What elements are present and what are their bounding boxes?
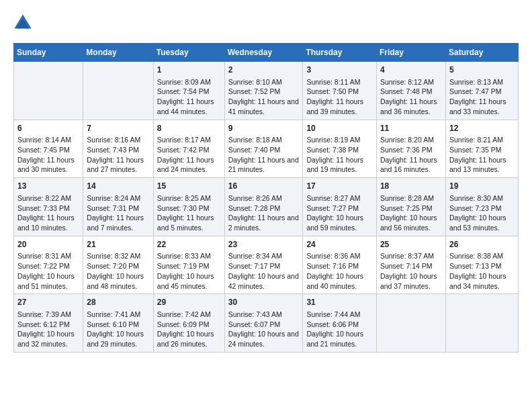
day-number: 31 <box>306 297 373 308</box>
day-info: Sunset: 7:52 PM <box>228 87 300 97</box>
day-info: Daylight: 11 hours and 5 minutes. <box>157 213 221 232</box>
logo-icon <box>13 13 32 32</box>
day-info: Sunset: 6:06 PM <box>306 320 373 330</box>
day-info: Sunset: 7:54 PM <box>157 87 221 97</box>
calendar-cell: 29Sunrise: 7:42 AMSunset: 6:09 PMDayligh… <box>153 294 224 353</box>
calendar-cell: 28Sunrise: 7:41 AMSunset: 6:10 PMDayligh… <box>83 294 153 353</box>
day-info: Daylight: 10 hours and 42 minutes. <box>228 271 300 291</box>
calendar-cell: 10Sunrise: 8:19 AMSunset: 7:38 PMDayligh… <box>303 120 377 178</box>
calendar-cell: 7Sunrise: 8:16 AMSunset: 7:43 PMDaylight… <box>83 120 153 178</box>
weekday-header: Monday <box>83 44 153 62</box>
day-info: Sunset: 7:38 PM <box>306 145 373 155</box>
day-info: Daylight: 11 hours and 39 minutes. <box>306 97 373 116</box>
calendar-cell: 12Sunrise: 8:21 AMSunset: 7:35 PMDayligh… <box>445 120 518 178</box>
day-info: Sunrise: 8:34 AM <box>228 251 300 261</box>
day-info: Sunset: 7:27 PM <box>306 203 373 214</box>
calendar-cell: 4Sunrise: 8:12 AMSunset: 7:48 PMDaylight… <box>376 62 445 120</box>
day-info: Sunset: 7:42 PM <box>157 145 221 155</box>
weekday-header: Wednesday <box>224 44 303 62</box>
day-info: Daylight: 11 hours and 10 minutes. <box>17 213 79 232</box>
day-number: 13 <box>17 181 79 192</box>
calendar-cell: 3Sunrise: 8:11 AMSunset: 7:50 PMDaylight… <box>303 62 377 120</box>
day-info: Daylight: 11 hours and 36 minutes. <box>380 97 442 116</box>
day-info: Sunrise: 8:27 AM <box>306 193 373 203</box>
day-number: 17 <box>306 181 373 192</box>
day-number: 16 <box>228 181 300 192</box>
day-info: Sunset: 7:45 PM <box>17 145 79 155</box>
calendar-week-row: 27Sunrise: 7:39 AMSunset: 6:12 PMDayligh… <box>14 294 519 353</box>
day-info: Sunrise: 7:43 AM <box>228 310 300 320</box>
calendar-cell: 31Sunrise: 7:44 AMSunset: 6:06 PMDayligh… <box>303 294 377 353</box>
calendar-cell <box>83 62 153 120</box>
calendar-cell: 27Sunrise: 7:39 AMSunset: 6:12 PMDayligh… <box>14 294 83 353</box>
calendar-cell: 17Sunrise: 8:27 AMSunset: 7:27 PMDayligh… <box>303 178 377 236</box>
calendar-cell: 1Sunrise: 8:09 AMSunset: 7:54 PMDaylight… <box>153 62 224 120</box>
day-info: Sunrise: 8:33 AM <box>157 251 221 261</box>
day-number: 1 <box>157 64 221 76</box>
day-info: Sunrise: 7:41 AM <box>87 310 149 320</box>
day-info: Daylight: 11 hours and 33 minutes. <box>449 97 515 116</box>
day-number: 15 <box>157 181 221 192</box>
calendar-cell: 21Sunrise: 8:32 AMSunset: 7:20 PMDayligh… <box>83 236 153 294</box>
day-number: 7 <box>87 123 149 134</box>
calendar-cell: 16Sunrise: 8:26 AMSunset: 7:28 PMDayligh… <box>224 178 303 236</box>
day-info: Daylight: 11 hours and 2 minutes. <box>228 213 300 232</box>
day-info: Daylight: 11 hours and 19 minutes. <box>306 155 373 175</box>
day-info: Sunrise: 8:28 AM <box>380 193 442 203</box>
calendar-cell: 8Sunrise: 8:17 AMSunset: 7:42 PMDaylight… <box>153 120 224 178</box>
day-info: Daylight: 11 hours and 41 minutes. <box>228 97 300 116</box>
day-info: Sunset: 7:47 PM <box>449 87 515 97</box>
day-info: Sunset: 7:22 PM <box>17 261 79 271</box>
day-info: Sunrise: 8:20 AM <box>380 135 442 145</box>
day-info: Sunrise: 8:22 AM <box>17 193 79 203</box>
day-info: Sunrise: 8:26 AM <box>228 193 300 203</box>
day-info: Sunrise: 8:31 AM <box>17 251 79 261</box>
day-info: Daylight: 11 hours and 27 minutes. <box>87 155 149 175</box>
day-info: Daylight: 10 hours and 51 minutes. <box>17 271 79 291</box>
calendar-week-row: 1Sunrise: 8:09 AMSunset: 7:54 PMDaylight… <box>14 62 519 120</box>
day-info: Daylight: 10 hours and 34 minutes. <box>449 271 515 291</box>
day-info: Daylight: 10 hours and 29 minutes. <box>87 329 149 349</box>
calendar-cell <box>445 294 518 353</box>
day-info: Sunrise: 8:38 AM <box>449 251 515 261</box>
day-info: Daylight: 11 hours and 30 minutes. <box>17 155 79 175</box>
calendar-cell: 22Sunrise: 8:33 AMSunset: 7:19 PMDayligh… <box>153 236 224 294</box>
calendar-cell: 26Sunrise: 8:38 AMSunset: 7:13 PMDayligh… <box>445 236 518 294</box>
logo <box>13 13 35 32</box>
weekday-header: Sunday <box>14 44 83 62</box>
day-info: Sunrise: 8:13 AM <box>449 77 515 87</box>
day-info: Sunset: 6:12 PM <box>17 320 79 330</box>
day-number: 22 <box>157 239 221 250</box>
day-info: Sunset: 7:20 PM <box>87 261 149 271</box>
day-info: Sunrise: 8:36 AM <box>306 251 373 261</box>
calendar-cell: 11Sunrise: 8:20 AMSunset: 7:36 PMDayligh… <box>376 120 445 178</box>
day-info: Sunset: 7:36 PM <box>380 145 442 155</box>
calendar-cell: 20Sunrise: 8:31 AMSunset: 7:22 PMDayligh… <box>14 236 83 294</box>
day-number: 14 <box>87 181 149 192</box>
day-info: Daylight: 11 hours and 44 minutes. <box>157 97 221 116</box>
calendar-cell: 6Sunrise: 8:14 AMSunset: 7:45 PMDaylight… <box>14 120 83 178</box>
weekday-header: Friday <box>376 44 445 62</box>
day-info: Daylight: 10 hours and 59 minutes. <box>306 213 373 232</box>
day-number: 19 <box>449 181 515 192</box>
calendar-cell: 15Sunrise: 8:25 AMSunset: 7:30 PMDayligh… <box>153 178 224 236</box>
calendar-cell: 2Sunrise: 8:10 AMSunset: 7:52 PMDaylight… <box>224 62 303 120</box>
day-info: Sunset: 6:10 PM <box>87 320 149 330</box>
day-info: Sunset: 7:50 PM <box>306 87 373 97</box>
calendar-cell: 14Sunrise: 8:24 AMSunset: 7:31 PMDayligh… <box>83 178 153 236</box>
calendar-table: SundayMondayTuesdayWednesdayThursdayFrid… <box>13 43 519 353</box>
day-info: Sunset: 7:30 PM <box>157 203 221 214</box>
day-info: Daylight: 10 hours and 40 minutes. <box>306 271 373 291</box>
day-number: 27 <box>17 297 79 308</box>
day-number: 6 <box>17 123 79 134</box>
day-info: Daylight: 11 hours and 24 minutes. <box>157 155 221 175</box>
day-info: Sunrise: 8:21 AM <box>449 135 515 145</box>
day-info: Sunrise: 8:30 AM <box>449 193 515 203</box>
day-number: 10 <box>306 123 373 134</box>
day-info: Daylight: 11 hours and 13 minutes. <box>449 155 515 175</box>
weekday-header: Saturday <box>445 44 518 62</box>
day-number: 30 <box>228 297 300 308</box>
day-info: Daylight: 11 hours and 16 minutes. <box>380 155 442 175</box>
day-info: Daylight: 11 hours and 7 minutes. <box>87 213 149 232</box>
day-info: Sunset: 7:16 PM <box>306 261 373 271</box>
